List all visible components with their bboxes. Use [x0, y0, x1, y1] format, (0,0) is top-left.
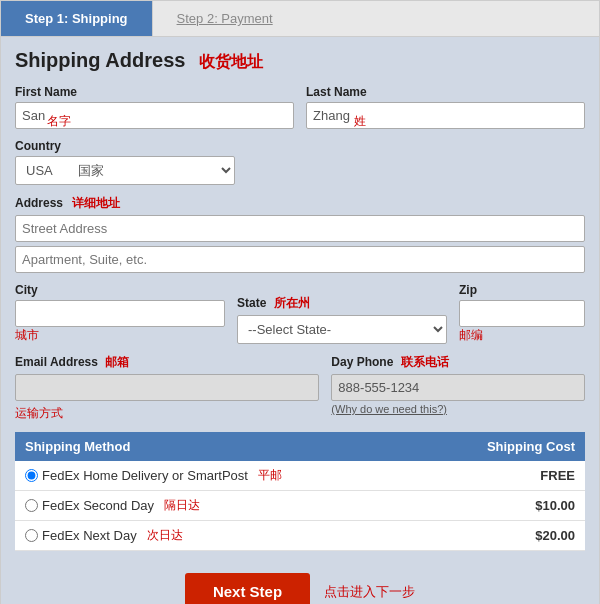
tab-step2-link[interactable]: Step 2: Payment — [177, 11, 273, 26]
email-label-text: Email Address — [15, 355, 98, 369]
city-state-zip-row: City 城市 State 所在州 --Select State- Zip — [15, 283, 585, 344]
last-name-label: Last Name — [306, 85, 585, 99]
phone-group: Day Phone 联系电话 (Why do we need this?) — [331, 354, 585, 422]
last-name-group: Last Name 姓 — [306, 85, 585, 129]
name-row: First Name 名字 Last Name 姓 — [15, 85, 585, 129]
shipping-row: FedEx Second Day 隔日达 $10.00 — [15, 491, 585, 521]
tab-step1-label: Step 1: Shipping — [25, 11, 128, 26]
shipping-option-cn: 隔日达 — [164, 497, 200, 514]
email-phone-row: Email Address 邮箱 运输方式 Day Phone 联系电话 (Wh… — [15, 354, 585, 422]
state-select[interactable]: --Select State- — [237, 315, 447, 344]
address-label-text: Address — [15, 196, 63, 210]
section-title: Shipping Address 收货地址 — [15, 49, 585, 73]
section-title-text: Shipping Address — [15, 49, 185, 71]
state-cn: 所在州 — [274, 296, 310, 310]
shipping-option-label: FedEx Next Day 次日达 — [15, 521, 425, 551]
form-content: Shipping Address 收货地址 First Name 名字 Last… — [1, 37, 599, 604]
apt-input[interactable] — [15, 246, 585, 273]
first-name-label: First Name — [15, 85, 294, 99]
country-label: Country — [15, 139, 585, 153]
col-method: Shipping Method — [15, 432, 425, 461]
zip-group: Zip 邮编 — [459, 283, 585, 344]
country-select[interactable]: USA 国家 — [15, 156, 235, 185]
email-input[interactable] — [15, 374, 319, 401]
shipping-radio[interactable] — [25, 529, 38, 542]
email-group: Email Address 邮箱 运输方式 — [15, 354, 319, 422]
zip-cn: 邮编 — [459, 327, 585, 344]
shipping-method-table: Shipping Method Shipping Cost FedEx Home… — [15, 432, 585, 551]
shipping-option-label: FedEx Home Delivery or SmartPost 平邮 — [15, 461, 425, 491]
shipping-cost: $20.00 — [425, 521, 585, 551]
country-row: Country USA 国家 — [15, 139, 585, 185]
address-section: Address 详细地址 — [15, 195, 585, 273]
next-step-button[interactable]: Next Step — [185, 573, 310, 604]
zip-input[interactable] — [459, 300, 585, 327]
zip-label-text: Zip — [459, 283, 477, 297]
last-name-input[interactable] — [306, 102, 585, 129]
col-cost: Shipping Cost — [425, 432, 585, 461]
shipping-row: FedEx Home Delivery or SmartPost 平邮 FREE — [15, 461, 585, 491]
first-name-label-text: First Name — [15, 85, 77, 99]
shipping-option-text: FedEx Home Delivery or SmartPost — [42, 468, 248, 483]
email-label: Email Address 邮箱 — [15, 354, 319, 371]
button-row: Next Step 点击进入下一步 — [15, 563, 585, 604]
first-name-cn: 名字 — [47, 113, 71, 130]
last-name-cn: 姓 — [354, 113, 366, 130]
country-label-text: Country — [15, 139, 61, 153]
shipping-option-text: FedEx Second Day — [42, 498, 154, 513]
state-label: State 所在州 — [237, 295, 447, 312]
tab-bar: Step 1: Shipping Step 2: Payment — [1, 1, 599, 37]
city-label-text: City — [15, 283, 38, 297]
street-input[interactable] — [15, 215, 585, 242]
shipping-option-text: FedEx Next Day — [42, 528, 137, 543]
tab-step2-label: Step 2: Payment — [177, 11, 273, 26]
shipping-option-cn: 次日达 — [147, 527, 183, 544]
shipping-option-label: FedEx Second Day 隔日达 — [15, 491, 425, 521]
shipping-radio[interactable] — [25, 469, 38, 482]
shipping-option-cn: 平邮 — [258, 467, 282, 484]
state-group: State 所在州 --Select State- — [237, 295, 447, 344]
shipping-cost: FREE — [425, 461, 585, 491]
next-step-cn: 点击进入下一步 — [324, 583, 415, 601]
phone-cn: 联系电话 — [401, 355, 449, 369]
phone-input[interactable] — [331, 374, 585, 401]
shipping-row: FedEx Next Day 次日达 $20.00 — [15, 521, 585, 551]
phone-label-text: Day Phone — [331, 355, 393, 369]
city-group: City 城市 — [15, 283, 225, 344]
email-cn: 邮箱 — [105, 355, 129, 369]
state-label-text: State — [237, 296, 266, 310]
city-cn: 城市 — [15, 327, 225, 344]
address-cn: 详细地址 — [72, 196, 120, 210]
city-input[interactable] — [15, 300, 225, 327]
phone-label: Day Phone 联系电话 — [331, 354, 585, 371]
shipping-cost: $10.00 — [425, 491, 585, 521]
zip-label: Zip — [459, 283, 585, 297]
shipping-table-header: Shipping Method Shipping Cost — [15, 432, 585, 461]
tab-step2[interactable]: Step 2: Payment — [152, 1, 297, 36]
address-label: Address 详细地址 — [15, 195, 585, 212]
city-label: City — [15, 283, 225, 297]
shipping-radio[interactable] — [25, 499, 38, 512]
shipping-method-cn-label: 运输方式 — [15, 405, 319, 422]
last-name-label-text: Last Name — [306, 85, 367, 99]
first-name-group: First Name 名字 — [15, 85, 294, 129]
tab-step1[interactable]: Step 1: Shipping — [1, 1, 152, 36]
why-link[interactable]: (Why do we need this?) — [331, 403, 585, 415]
section-title-cn: 收货地址 — [199, 53, 263, 70]
